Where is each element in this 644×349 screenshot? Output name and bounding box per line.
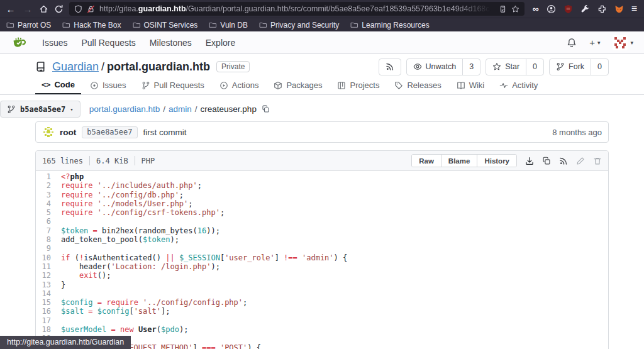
refresh-icon[interactable] <box>54 4 64 14</box>
rss-icon[interactable] <box>559 157 568 165</box>
commit-sha-badge[interactable]: b5ae8a5ee7 <box>82 126 137 138</box>
tab-code[interactable]: <>Code <box>35 76 81 94</box>
code-line: 16$salt = $config['salt']; <box>36 307 608 316</box>
line-number[interactable]: 13 <box>36 280 61 289</box>
nav-link-milestones[interactable]: Milestones <box>143 38 199 48</box>
infinity-extension-icon[interactable]: ∞ <box>533 4 539 14</box>
bookmark-parrot-os[interactable]: Parrot OS <box>6 21 51 30</box>
line-content: require '../includes/auth.php'; <box>61 181 202 190</box>
line-number[interactable]: 17 <box>36 316 61 325</box>
tab-pull-requests[interactable]: Pull Requests <box>135 76 211 94</box>
privacy-extension-icon[interactable] <box>547 4 556 14</box>
line-number[interactable]: 3 <box>36 191 61 199</box>
line-content: require '../models/User.php'; <box>61 199 193 208</box>
copy-path-icon[interactable] <box>262 105 270 113</box>
gitea-navbar: IssuesPull RequestsMilestonesExplore + ▾… <box>0 31 644 54</box>
watch-count[interactable]: 3 <box>462 59 480 75</box>
star-count[interactable]: 0 <box>526 59 543 75</box>
star-icon <box>492 62 501 71</box>
adblock-shield-icon[interactable] <box>564 4 573 14</box>
star-button[interactable]: Star 0 <box>486 58 544 75</box>
repo-name[interactable]: portal.guardian.htb <box>107 60 210 73</box>
breadcrumb-link[interactable]: admin <box>169 104 192 114</box>
tab-releases[interactable]: Releases <box>388 76 447 94</box>
shield-permissions-icon[interactable] <box>74 5 82 13</box>
tab-wiki[interactable]: Wiki <box>450 76 491 94</box>
line-number[interactable]: 15 <box>36 298 61 307</box>
line-number[interactable]: 10 <box>36 253 61 262</box>
menu-icon[interactable]: ≡ <box>631 3 636 14</box>
gitea-logo-icon[interactable] <box>11 34 28 51</box>
line-number[interactable]: 9 <box>36 244 61 253</box>
line-number[interactable]: 7 <box>36 226 61 235</box>
rss-button[interactable] <box>379 58 401 75</box>
code-line: 11 header('Location: /login.php'); <box>36 262 608 271</box>
pkg-icon <box>274 81 282 90</box>
branch-selector[interactable]: b5ae8a5ee7 ▾ <box>0 101 80 118</box>
line-number[interactable]: 14 <box>36 289 61 298</box>
back-icon[interactable]: ← <box>5 4 16 14</box>
line-number[interactable]: 18 <box>36 325 61 334</box>
tab-packages[interactable]: Packages <box>267 76 328 94</box>
copy-icon[interactable] <box>542 157 551 165</box>
repo-owner-link[interactable]: Guardian <box>52 60 99 73</box>
nav-link-issues[interactable]: Issues <box>35 38 74 48</box>
bookmark-privacy-and-security[interactable]: Privacy and Security <box>259 21 339 30</box>
nav-link-explore[interactable]: Explore <box>199 38 242 48</box>
commit-author[interactable]: root <box>60 128 76 137</box>
tab-label: Projects <box>350 80 379 90</box>
bookmark-hack-the-box[interactable]: Hack The Box <box>62 21 121 30</box>
wrench-extension-icon[interactable] <box>580 4 590 14</box>
reader-mode-icon[interactable] <box>499 5 507 13</box>
insecure-lock-icon[interactable] <box>87 5 95 13</box>
tab-issues[interactable]: Issues <box>84 76 133 94</box>
line-number[interactable]: 6 <box>36 217 61 226</box>
user-menu[interactable]: ▾ <box>613 35 633 50</box>
edit-pencil-icon[interactable] <box>576 157 585 165</box>
raw-button[interactable]: Raw <box>412 155 441 167</box>
line-content: $token = bin2hex(random_bytes(16)); <box>61 226 220 235</box>
tab-projects[interactable]: Projects <box>331 76 386 94</box>
line-number[interactable]: 1 <box>36 172 61 181</box>
foxyproxy-icon[interactable] <box>614 4 624 14</box>
extension-icons: ∞ ≡ <box>530 3 639 14</box>
line-number[interactable]: 16 <box>36 307 61 316</box>
bookmark-star-icon[interactable] <box>511 5 519 13</box>
line-number[interactable]: 4 <box>36 199 61 208</box>
line-content: } <box>61 280 65 289</box>
bookmark-vuln-db[interactable]: Vuln DB <box>209 21 248 30</box>
fork-button[interactable]: Fork 0 <box>549 58 609 75</box>
url-bar[interactable]: http://gitea.guardian.htb/Guardian/porta… <box>69 2 525 16</box>
nav-link-pull-requests[interactable]: Pull Requests <box>74 38 142 48</box>
commit-message[interactable]: first commit <box>143 128 187 137</box>
history-button[interactable]: History <box>477 155 516 167</box>
fork-count[interactable]: 0 <box>591 59 608 75</box>
download-icon[interactable] <box>525 157 534 165</box>
bookmarks-bar: Parrot OSHack The BoxOSINT ServicesVuln … <box>0 18 644 31</box>
line-number[interactable]: 5 <box>36 208 61 217</box>
create-new-button[interactable]: + ▾ <box>589 37 600 48</box>
unwatch-button[interactable]: Unwatch 3 <box>406 58 481 75</box>
notifications-bell-icon[interactable] <box>567 38 577 48</box>
rss-icon <box>386 62 394 71</box>
eye-icon <box>413 62 422 71</box>
line-number[interactable]: 2 <box>36 181 61 190</box>
play-icon <box>219 81 228 90</box>
breadcrumb-link[interactable]: portal.guardian.htb <box>89 104 160 114</box>
tab-actions[interactable]: Actions <box>213 76 265 94</box>
delete-trash-icon[interactable] <box>593 157 602 165</box>
tab-activity[interactable]: Activity <box>493 76 544 94</box>
puzzle-extension-icon[interactable] <box>597 4 607 14</box>
line-number[interactable]: 12 <box>36 271 61 280</box>
commit-time: 8 months ago <box>552 128 602 137</box>
blame-button[interactable]: Blame <box>441 155 477 167</box>
bookmark-learning-resources[interactable]: Learning Resources <box>350 21 429 30</box>
navbar-links: IssuesPull RequestsMilestonesExplore <box>35 38 242 48</box>
forward-icon[interactable]: → <box>22 4 33 14</box>
line-number[interactable]: 11 <box>36 262 61 271</box>
bookmark-label: Privacy and Security <box>270 21 339 30</box>
visibility-badge: Private <box>216 61 250 72</box>
bookmark-osint-services[interactable]: OSINT Services <box>133 21 198 30</box>
home-icon[interactable] <box>39 4 48 14</box>
line-number[interactable]: 8 <box>36 235 61 244</box>
